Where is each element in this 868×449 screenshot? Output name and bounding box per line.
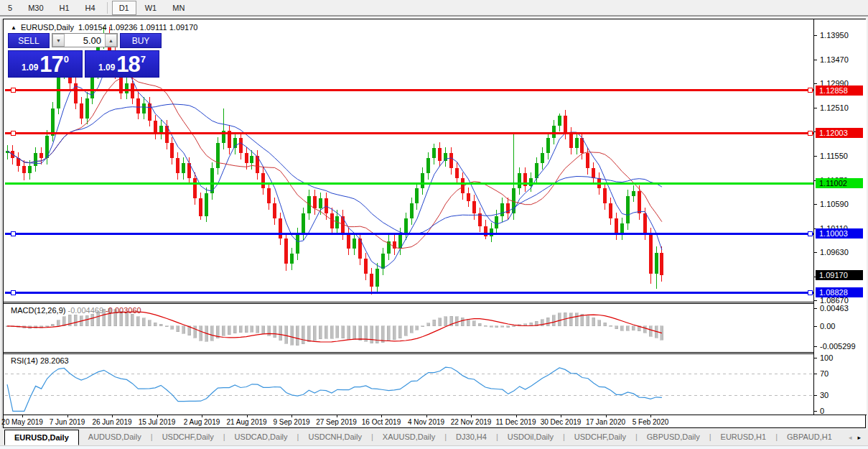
price-tick: 1.12510	[820, 103, 849, 112]
level-price-badge: 1.10003	[816, 228, 863, 239]
ask-price-prefix: 1.09	[98, 63, 115, 73]
timeframe-button-5[interactable]: 5	[1, 1, 19, 15]
macd-scale-tick: 0.00	[820, 322, 835, 330]
date-axis-line	[4, 415, 867, 415]
price-tick: 1.09630	[820, 248, 849, 256]
chart-tab-bar: EURUSD,DailyAUDUSD,Daily|USDCHF,Daily|US…	[0, 430, 868, 445]
timeframe-button-h4[interactable]: H4	[78, 1, 103, 15]
date-label: 7 Jun 2019	[50, 418, 85, 426]
volume-stepper: ▼ 5.00 ▲	[52, 33, 118, 47]
volume-value[interactable]: 5.00	[65, 34, 105, 47]
volume-decrease-button[interactable]: ▼	[52, 34, 65, 47]
tab-usdcad-daily[interactable]: USDCAD,Daily	[225, 430, 297, 445]
axis-tickmark	[814, 411, 817, 412]
axis-tickmark	[814, 60, 817, 60]
sell-button[interactable]: SELL	[8, 33, 50, 48]
rsi-scale-tick: 70	[820, 369, 829, 378]
tabs-scroll-right-icon[interactable]: ▸	[857, 434, 861, 441]
date-label: 27 Sep 2019	[316, 418, 357, 426]
tab-usdcnh-daily[interactable]: USDCNH,Daily	[299, 430, 371, 445]
date-label: 2 Aug 2019	[184, 418, 220, 426]
collapse-icon[interactable]: ▲	[11, 24, 17, 31]
tab-usdoil-daily[interactable]: USDOil,Daily	[498, 430, 563, 445]
tab-gbpusd-daily[interactable]: GBPUSD,Daily	[638, 430, 709, 445]
date-tickmark	[22, 415, 23, 417]
timeframe-button-m30[interactable]: M30	[21, 1, 50, 15]
price-tick: 1.13950	[820, 31, 849, 40]
date-axis[interactable]: 20 May 20197 Jun 201926 Jun 201915 Jul 2…	[4, 416, 813, 429]
date-tickmark	[471, 415, 472, 417]
price-tick: 1.10590	[820, 200, 849, 208]
tab-scroll-arrows: ◂▸	[841, 430, 868, 445]
axis-tickmark	[814, 108, 817, 108]
volume-increase-button[interactable]: ▲	[105, 34, 117, 47]
axis-tickmark	[814, 83, 817, 84]
date-tickmark	[606, 415, 607, 417]
date-label: 26 Jun 2019	[92, 418, 131, 426]
rsi-value: 28.2063	[40, 356, 69, 365]
macd-scale-tick: -0.005299	[820, 342, 856, 351]
tab-dj30-h4[interactable]: DJ30,H4	[447, 430, 496, 445]
pane-separator-rsi[interactable]	[4, 352, 867, 354]
timeframe-button-d1[interactable]: D1	[112, 1, 136, 15]
tab-usdchf-daily[interactable]: USDCHF,Daily	[153, 430, 223, 445]
tab-gbpaud-h1[interactable]: GBPAUD,H1	[778, 430, 841, 445]
macd-name: MACD(12,26,9)	[11, 306, 65, 315]
date-tickmark	[202, 415, 202, 417]
axis-tickmark	[814, 156, 817, 157]
date-label: 30 Dec 2019	[541, 418, 582, 426]
axis-tickmark	[814, 204, 817, 205]
pane-separator-macd[interactable]	[4, 302, 867, 304]
price-tick: 1.13470	[820, 55, 849, 64]
timeframe-toolbar: 5M30H1H4D1W1MN	[0, 0, 868, 17]
level-price-badge: 1.12003	[816, 128, 863, 138]
bid-price-big: 17	[39, 54, 62, 75]
date-label: 4 Nov 2019	[408, 418, 444, 426]
date-tickmark	[337, 415, 337, 417]
date-label: 17 Jan 2020	[586, 418, 625, 426]
macd-signal-value: -0.003060	[106, 306, 141, 315]
date-tickmark	[157, 415, 158, 417]
one-click-trade-panel: SELL ▼ 5.00 ▲ BUY 1.09 17 0 1.09 18 7	[8, 32, 163, 78]
tab-xauusd-daily[interactable]: XAUUSD,Daily	[373, 430, 444, 445]
date-tickmark	[381, 415, 382, 417]
tabs-scroll-left-icon[interactable]: ◂	[849, 434, 852, 441]
timeframe-button-mn[interactable]: MN	[165, 1, 192, 15]
date-tickmark	[67, 415, 68, 417]
buy-button[interactable]: BUY	[120, 33, 162, 48]
date-tickmark	[426, 415, 427, 417]
axis-tickmark	[814, 35, 817, 36]
level-price-badge: 1.12858	[816, 85, 863, 96]
status-strip	[0, 445, 868, 449]
sell-price-button[interactable]: 1.09 17 0	[8, 50, 83, 78]
rsi-scale-tick: 0	[820, 407, 824, 415]
date-label: 21 Aug 2019	[226, 418, 266, 426]
date-tickmark	[650, 415, 651, 417]
macd-scale-tick: 0.00463	[820, 304, 849, 313]
date-tickmark	[247, 415, 248, 417]
axis-tickmark	[814, 395, 817, 396]
symbol-period-label: EURUSD,Daily	[21, 23, 74, 32]
ohlc-values: 1.09154 1.09236 1.09111 1.09170	[78, 23, 198, 32]
tab-eurusd-daily[interactable]: EURUSD,Daily	[4, 430, 79, 445]
price-tick: 1.11550	[820, 152, 848, 160]
bid-price-prefix: 1.09	[22, 63, 38, 73]
bid-price-pip: 0	[64, 54, 69, 65]
tab-usdchf-daily[interactable]: USDCHF,Daily	[565, 430, 635, 445]
timeframe-button-w1[interactable]: W1	[138, 1, 164, 15]
date-label: 20 May 2019	[1, 418, 43, 426]
chart-window: ▲ EURUSD,Daily 1.09154 1.09236 1.09111 1…	[3, 19, 866, 428]
tab-audusd-daily[interactable]: AUDUSD,Daily	[79, 430, 151, 445]
chart-canvas[interactable]	[4, 19, 867, 429]
axis-tickmark	[814, 358, 817, 358]
date-label: 9 Sep 2019	[273, 418, 309, 426]
date-label: 22 Nov 2019	[451, 418, 492, 426]
price-axis[interactable]: 1.139501.134701.129901.125101.120301.115…	[813, 19, 867, 415]
tab-eurusd-h1[interactable]: EURUSD,H1	[711, 430, 776, 445]
axis-tickmark	[814, 326, 817, 327]
axis-tickmark	[814, 346, 817, 347]
timeframe-button-h1[interactable]: H1	[52, 1, 77, 15]
axis-tickmark	[814, 252, 817, 253]
rsi-indicator-label: RSI(14) 28.2063	[11, 356, 69, 365]
buy-price-button[interactable]: 1.09 18 7	[85, 50, 159, 78]
